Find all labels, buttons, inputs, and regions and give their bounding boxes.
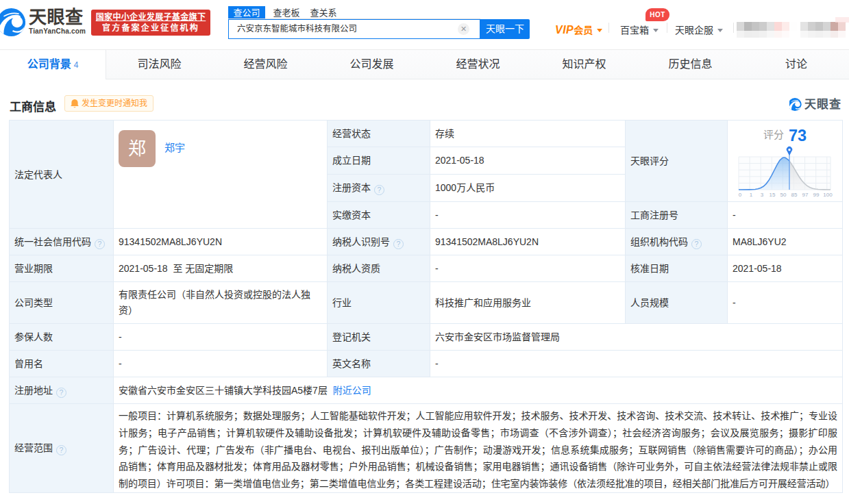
svg-text:3: 3 — [761, 192, 764, 198]
svg-text:50: 50 — [780, 192, 787, 198]
svg-text:99: 99 — [813, 192, 820, 198]
svg-text:1: 1 — [750, 192, 753, 198]
svg-text:0: 0 — [739, 192, 742, 198]
svg-text:15: 15 — [770, 192, 776, 198]
svg-text:97: 97 — [802, 192, 809, 198]
svg-text:85: 85 — [791, 192, 798, 198]
svg-text:100: 100 — [823, 192, 833, 198]
